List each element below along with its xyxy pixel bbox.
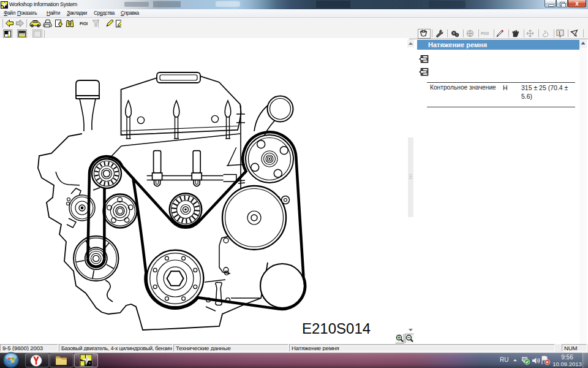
- svg-text:!: !: [559, 30, 560, 36]
- svg-text:E210S014: E210S014: [302, 320, 371, 337]
- svg-text:PIOI: PIOI: [80, 21, 88, 26]
- svg-text:PIOI: PIOI: [481, 31, 489, 36]
